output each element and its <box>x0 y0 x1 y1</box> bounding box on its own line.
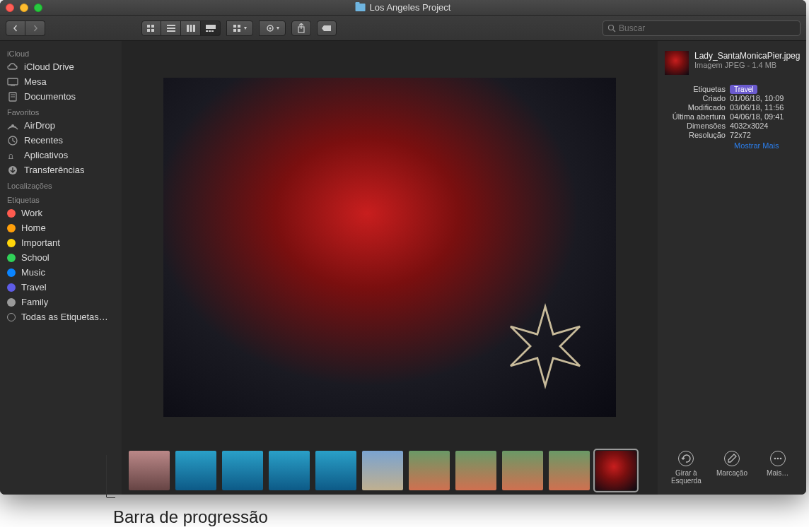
sidebar-item-label: Aplicativos <box>24 150 68 160</box>
thumbnail-strip <box>122 447 658 495</box>
thumbnail[interactable] <box>175 451 216 490</box>
sidebar-item[interactable]: Travel <box>0 280 122 295</box>
thumbnail[interactable] <box>269 451 310 490</box>
folder-icon <box>356 4 366 11</box>
thumbnail[interactable] <box>455 451 496 490</box>
svg-rect-9 <box>193 25 195 32</box>
callout-label: Barra de progressão <box>113 500 809 527</box>
columns-icon <box>187 25 195 32</box>
sidebar-item[interactable]: Family <box>0 295 122 309</box>
sidebar-item[interactable]: AirDrop <box>0 118 122 133</box>
sidebar-item[interactable]: Documentos <box>0 89 122 104</box>
inspector-subtitle: Imagem JPEG - 1.4 MB <box>694 61 800 69</box>
icon-view-button[interactable] <box>141 20 161 36</box>
tags-button[interactable] <box>317 20 337 36</box>
gallery-preview <box>122 41 658 447</box>
thumbnail[interactable] <box>549 451 590 490</box>
inspector-thumbnail <box>665 51 689 75</box>
svg-line-22 <box>613 30 615 32</box>
metadata-key: Resolução <box>665 131 730 139</box>
metadata-key: Última abertura <box>665 112 730 121</box>
sidebar-item-label: Recentes <box>24 135 63 146</box>
sidebar-item-label: School <box>21 252 50 263</box>
sidebar-item-label: Mesa <box>24 76 47 87</box>
arrange-group: ▾ <box>226 20 253 36</box>
metadata-key: Etiquetas <box>665 85 730 93</box>
sidebar-item[interactable]: Home <box>0 220 122 235</box>
sidebar-item-label: Transferências <box>24 165 85 175</box>
svg-rect-5 <box>167 28 175 29</box>
search-input[interactable] <box>619 23 796 33</box>
sidebar-item[interactable]: Mesa <box>0 74 122 89</box>
chevron-left-icon <box>12 25 19 32</box>
svg-text:⩍: ⩍ <box>8 150 13 160</box>
arrange-button[interactable]: ▾ <box>226 20 253 36</box>
quick-action-label: Mais… <box>767 469 788 477</box>
sidebar-item[interactable]: Work <box>0 206 122 220</box>
column-view-button[interactable] <box>181 20 201 36</box>
tag-color-icon <box>7 254 16 262</box>
metadata-row: Última abertura04/06/18, 09:41 <box>665 112 799 121</box>
back-button[interactable] <box>6 20 25 36</box>
thumbnail[interactable] <box>595 451 636 490</box>
search-field[interactable] <box>603 20 801 36</box>
sidebar-item[interactable]: Important <box>0 235 122 250</box>
quick-action-rotate[interactable]: Girar à Esquerda <box>665 451 707 485</box>
action-menu-button[interactable]: ▾ <box>259 20 286 36</box>
markup-icon <box>724 451 740 466</box>
thumbnail[interactable] <box>362 451 403 490</box>
metadata-key: Criado <box>665 94 730 102</box>
sidebar-item[interactable]: Recentes <box>0 133 122 148</box>
svg-rect-1 <box>151 25 154 28</box>
svg-rect-0 <box>147 25 150 28</box>
quick-action-more[interactable]: Mais… <box>757 451 799 477</box>
svg-rect-7 <box>187 25 189 32</box>
sidebar-item-label: Music <box>21 267 45 278</box>
list-icon <box>167 25 175 32</box>
thumbnail[interactable] <box>129 451 170 490</box>
sidebar-item[interactable]: Music <box>0 265 122 280</box>
thumbnail[interactable] <box>409 451 450 490</box>
quick-action-markup[interactable]: Marcação <box>711 451 753 477</box>
quick-actions: Girar à EsquerdaMarcaçãoMais… <box>665 451 799 485</box>
thumbnail[interactable] <box>222 451 263 490</box>
metadata-key: Modificado <box>665 103 730 112</box>
minimize-window-button[interactable] <box>20 4 28 12</box>
tag-color-icon <box>7 239 16 247</box>
svg-rect-15 <box>238 25 240 28</box>
sidebar-item[interactable]: iCloud Drive <box>0 59 122 74</box>
sidebar-item[interactable]: ⩍Aplicativos <box>0 148 122 162</box>
zoom-window-button[interactable] <box>34 4 42 12</box>
sidebar-item[interactable]: Todas as Etiquetas… <box>0 309 122 324</box>
sidebar-item[interactable]: Transferências <box>0 162 122 177</box>
show-more-link[interactable]: Mostrar Mais <box>734 141 799 150</box>
list-view-button[interactable] <box>161 20 181 36</box>
rotate-icon <box>678 451 694 466</box>
thumbnail[interactable] <box>502 451 543 490</box>
airdrop-icon <box>7 121 18 131</box>
gallery-view-button[interactable] <box>201 20 221 36</box>
forward-button[interactable] <box>25 20 45 36</box>
svg-rect-16 <box>233 29 236 32</box>
annotation-callout: Barra de progressão <box>0 500 809 527</box>
metadata-row: Criado01/06/18, 10:09 <box>665 94 799 102</box>
tag-color-icon <box>7 224 16 232</box>
apps-icon: ⩍ <box>7 150 18 160</box>
quick-action-label: Girar à Esquerda <box>665 469 707 485</box>
preview-image[interactable] <box>163 78 616 417</box>
preview-inspector: Lady_SantaMonicaPier.jpeg Imagem JPEG - … <box>658 41 806 495</box>
close-window-button[interactable] <box>6 4 14 12</box>
window-title: Los Angeles Project <box>356 2 451 13</box>
svg-rect-13 <box>211 30 214 32</box>
metadata-row: EtiquetasTravel <box>665 85 799 93</box>
tag-chip[interactable]: Travel <box>730 85 757 94</box>
tag-color-icon <box>7 268 16 277</box>
tag-color-icon <box>7 209 16 218</box>
sidebar-item[interactable]: School <box>0 250 122 265</box>
thumbnail[interactable] <box>315 451 356 490</box>
download-icon <box>7 165 18 175</box>
toolbar: ▾ ▾ <box>0 16 806 41</box>
share-button[interactable] <box>291 20 311 36</box>
sidebar-item-label: Todas as Etiquetas… <box>21 312 108 322</box>
metadata-value: 4032x3024 <box>730 122 799 130</box>
